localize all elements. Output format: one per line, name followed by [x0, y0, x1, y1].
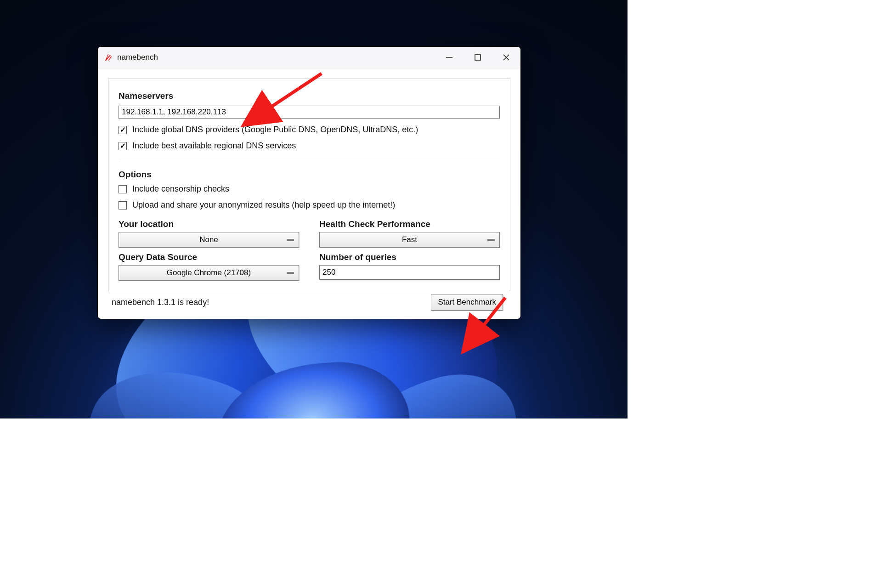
health-value: Fast — [402, 235, 417, 244]
svg-rect-1 — [475, 55, 481, 60]
nameservers-input[interactable] — [119, 106, 500, 119]
queries-input[interactable] — [319, 265, 500, 280]
titlebar[interactable]: namebench — [98, 47, 520, 68]
source-value: Google Chrome (21708) — [167, 268, 251, 277]
nameservers-heading: Nameservers — [119, 91, 500, 101]
dropdown-icon — [287, 238, 294, 241]
upload-label: Upload and share your anonymized results… — [132, 200, 395, 210]
app-window: namebench Nameservers Include gl — [97, 46, 521, 319]
location-label: Your location — [119, 219, 299, 229]
source-label: Query Data Source — [119, 252, 299, 262]
window-title: namebench — [117, 53, 158, 62]
status-text: namebench 1.3.1 is ready! — [112, 298, 209, 307]
include-regional-checkbox[interactable] — [119, 142, 127, 150]
upload-checkbox[interactable] — [119, 201, 127, 209]
minimize-button[interactable] — [435, 47, 464, 68]
queries-label: Number of queries — [319, 252, 500, 262]
desktop-background: namebench Nameservers Include gl — [0, 0, 628, 418]
location-value: None — [199, 235, 218, 244]
include-global-checkbox[interactable] — [119, 126, 127, 134]
maximize-button[interactable] — [464, 47, 492, 68]
health-label: Health Check Performance — [319, 219, 500, 229]
include-global-label: Include global DNS providers (Google Pub… — [132, 125, 418, 135]
location-select[interactable]: None — [119, 232, 299, 248]
dropdown-icon — [487, 238, 495, 241]
section-divider — [119, 161, 500, 161]
close-button[interactable] — [492, 47, 520, 68]
source-select[interactable]: Google Chrome (21708) — [119, 265, 299, 281]
options-heading: Options — [119, 170, 500, 180]
app-icon — [104, 53, 113, 62]
dropdown-icon — [287, 271, 294, 274]
window-controls — [435, 47, 520, 68]
censorship-checkbox[interactable] — [119, 185, 127, 193]
include-regional-label: Include best available regional DNS serv… — [132, 141, 296, 151]
censorship-label: Include censorship checks — [132, 184, 229, 194]
svg-rect-0 — [446, 57, 452, 58]
main-panel: Nameservers Include global DNS providers… — [108, 79, 510, 291]
start-benchmark-button[interactable]: Start Benchmark — [431, 294, 503, 311]
health-select[interactable]: Fast — [319, 232, 500, 248]
